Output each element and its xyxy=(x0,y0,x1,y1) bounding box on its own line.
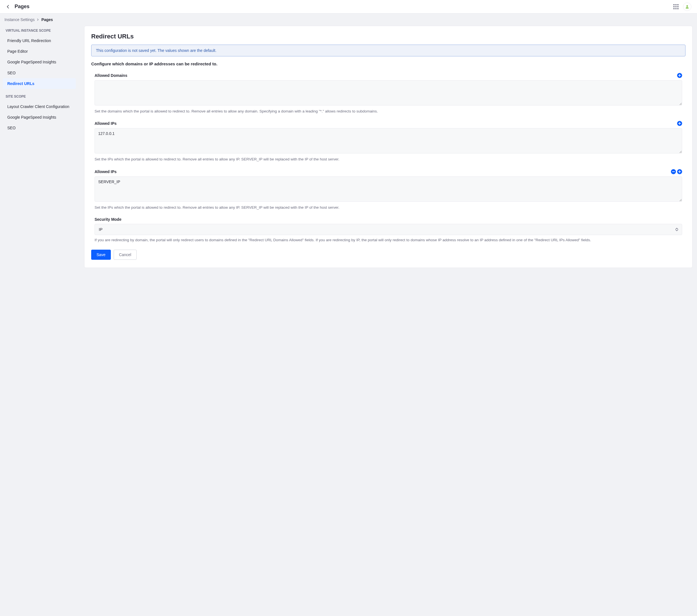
svg-rect-1 xyxy=(676,4,677,5)
svg-rect-8 xyxy=(677,8,679,9)
sidebar-item[interactable]: SEO xyxy=(3,123,76,133)
page-subheading: Configure which domains or IP addresses … xyxy=(91,61,685,66)
main-card: Redirect URLs This configuration is not … xyxy=(84,26,693,268)
topbar-title: Pages xyxy=(15,4,29,10)
chevron-right-icon xyxy=(37,18,39,21)
field-help: Set the IPs which the portal is allowed … xyxy=(94,156,682,162)
field-label: Allowed IPs xyxy=(94,169,117,174)
back-button[interactable] xyxy=(5,4,11,9)
sidebar-item[interactable]: SEO xyxy=(3,67,76,78)
breadcrumb: Instance Settings Pages xyxy=(0,13,697,26)
field-textarea[interactable] xyxy=(94,80,682,105)
sidebar-item[interactable]: Layout Crawler Client Configuration xyxy=(3,101,76,112)
user-avatar[interactable] xyxy=(683,2,692,11)
page-heading: Redirect URLs xyxy=(91,33,685,40)
field-help: Set the domains which the portal is allo… xyxy=(94,108,682,114)
breadcrumb-parent[interactable]: Instance Settings xyxy=(4,17,34,22)
field-textarea[interactable] xyxy=(94,177,682,202)
plus-icon xyxy=(678,170,681,173)
cancel-button[interactable]: Cancel xyxy=(114,250,137,260)
security-mode-select[interactable]: IP xyxy=(94,224,682,235)
minus-icon xyxy=(672,170,675,173)
plus-icon xyxy=(678,74,681,77)
svg-rect-6 xyxy=(673,8,674,9)
plus-icon xyxy=(678,122,681,125)
sidebar-section1: Friendly URL RedirectionPage EditorGoogl… xyxy=(3,35,76,89)
svg-point-9 xyxy=(686,5,688,6)
apps-menu-button[interactable] xyxy=(673,4,679,9)
security-mode-field: Security Mode IP If you are redirecting … xyxy=(94,217,682,243)
svg-rect-0 xyxy=(673,4,674,5)
add-button[interactable] xyxy=(677,169,682,174)
svg-rect-7 xyxy=(676,8,677,9)
sidebar-item[interactable]: Page Editor xyxy=(3,46,76,57)
svg-rect-2 xyxy=(677,4,679,5)
field-block: Allowed IPsSet the IPs which the portal … xyxy=(94,169,682,210)
sidebar-item[interactable]: Google PageSpeed Insights xyxy=(3,112,76,123)
field-block: Allowed IPsSet the IPs which the portal … xyxy=(94,121,682,162)
grid-icon xyxy=(673,4,679,9)
save-button[interactable]: Save xyxy=(91,250,111,260)
topbar: Pages xyxy=(0,0,697,13)
user-icon xyxy=(685,5,689,9)
security-mode-value: IP xyxy=(99,227,102,232)
sidebar: VIRTUAL INSTANCE SCOPE Friendly URL Redi… xyxy=(0,26,78,268)
remove-button[interactable] xyxy=(671,169,676,174)
svg-rect-4 xyxy=(676,6,677,7)
field-label: Allowed Domains xyxy=(94,73,128,78)
sidebar-item[interactable]: Friendly URL Redirection xyxy=(3,35,76,46)
sidebar-item[interactable]: Redirect URLs xyxy=(3,78,76,89)
sidebar-item[interactable]: Google PageSpeed Insights xyxy=(3,57,76,67)
breadcrumb-current: Pages xyxy=(41,17,53,22)
sidebar-section-header: VIRTUAL INSTANCE SCOPE xyxy=(3,26,76,35)
info-alert: This configuration is not saved yet. The… xyxy=(91,45,685,56)
field-textarea[interactable] xyxy=(94,128,682,153)
field-block: Allowed DomainsSet the domains which the… xyxy=(94,73,682,114)
sidebar-section2: Layout Crawler Client ConfigurationGoogl… xyxy=(3,101,76,134)
add-button[interactable] xyxy=(677,73,682,78)
security-mode-help: If you are redirecting by domain, the po… xyxy=(94,237,682,243)
field-help: Set the IPs which the portal is allowed … xyxy=(94,205,682,210)
svg-rect-5 xyxy=(677,6,679,7)
svg-rect-3 xyxy=(673,6,674,7)
chevron-left-icon xyxy=(6,5,10,9)
security-mode-label: Security Mode xyxy=(94,217,121,222)
sidebar-section-header: SITE SCOPE xyxy=(3,92,76,101)
add-button[interactable] xyxy=(677,121,682,126)
field-label: Allowed IPs xyxy=(94,121,117,126)
